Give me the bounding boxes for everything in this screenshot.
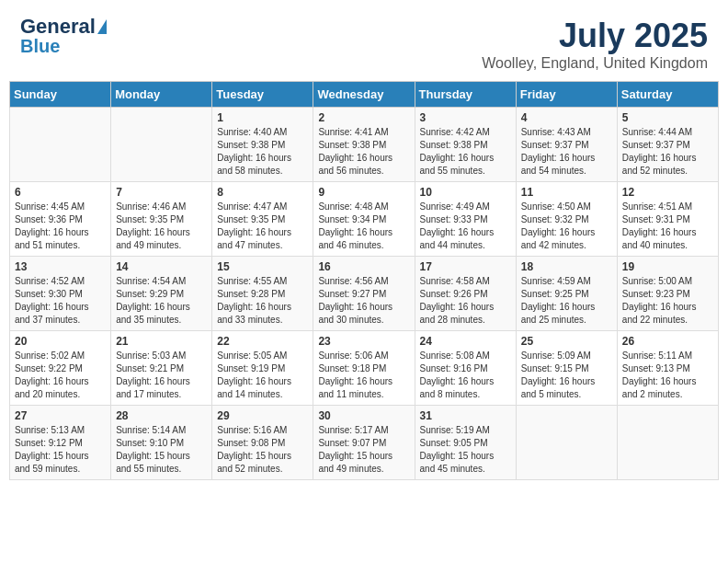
calendar-cell: 10Sunrise: 4:49 AM Sunset: 9:33 PM Dayli… bbox=[415, 182, 516, 257]
day-info: Sunrise: 4:50 AM Sunset: 9:32 PM Dayligh… bbox=[521, 201, 612, 252]
calendar-cell: 6Sunrise: 4:45 AM Sunset: 9:36 PM Daylig… bbox=[10, 182, 111, 257]
day-number: 5 bbox=[622, 111, 713, 124]
calendar-week-row: 20Sunrise: 5:02 AM Sunset: 9:22 PM Dayli… bbox=[10, 331, 719, 406]
day-number: 2 bbox=[318, 111, 409, 124]
calendar-cell: 13Sunrise: 4:52 AM Sunset: 9:30 PM Dayli… bbox=[10, 257, 111, 331]
calendar-cell bbox=[516, 406, 617, 480]
calendar-cell: 9Sunrise: 4:48 AM Sunset: 9:34 PM Daylig… bbox=[313, 182, 415, 257]
calendar-cell: 18Sunrise: 4:59 AM Sunset: 9:25 PM Dayli… bbox=[516, 257, 617, 331]
calendar-cell: 25Sunrise: 5:09 AM Sunset: 9:15 PM Dayli… bbox=[516, 331, 617, 406]
day-number: 30 bbox=[318, 409, 409, 422]
calendar-cell: 27Sunrise: 5:13 AM Sunset: 9:12 PM Dayli… bbox=[10, 406, 111, 480]
calendar-week-row: 27Sunrise: 5:13 AM Sunset: 9:12 PM Dayli… bbox=[10, 406, 719, 480]
day-info: Sunrise: 5:13 AM Sunset: 9:12 PM Dayligh… bbox=[15, 424, 106, 476]
day-number: 4 bbox=[521, 111, 612, 124]
calendar-day-header: Thursday bbox=[415, 82, 516, 108]
day-number: 10 bbox=[420, 186, 511, 199]
calendar-cell: 29Sunrise: 5:16 AM Sunset: 9:08 PM Dayli… bbox=[212, 406, 313, 480]
day-info: Sunrise: 4:58 AM Sunset: 9:26 PM Dayligh… bbox=[420, 275, 511, 327]
calendar-cell: 1Sunrise: 4:40 AM Sunset: 9:38 PM Daylig… bbox=[212, 108, 313, 182]
day-info: Sunrise: 4:41 AM Sunset: 9:38 PM Dayligh… bbox=[318, 126, 409, 178]
calendar-day-header: Monday bbox=[111, 82, 212, 108]
day-number: 16 bbox=[318, 260, 409, 273]
calendar-week-row: 13Sunrise: 4:52 AM Sunset: 9:30 PM Dayli… bbox=[10, 257, 719, 331]
day-info: Sunrise: 4:51 AM Sunset: 9:31 PM Dayligh… bbox=[622, 201, 713, 252]
logo-text-general: General bbox=[20, 17, 96, 37]
day-number: 9 bbox=[318, 186, 409, 199]
day-number: 27 bbox=[15, 409, 106, 422]
day-number: 13 bbox=[15, 260, 106, 273]
calendar-cell: 15Sunrise: 4:55 AM Sunset: 9:28 PM Dayli… bbox=[212, 257, 313, 331]
day-number: 12 bbox=[622, 186, 713, 199]
calendar-body: 1Sunrise: 4:40 AM Sunset: 9:38 PM Daylig… bbox=[10, 108, 719, 480]
calendar-cell: 19Sunrise: 5:00 AM Sunset: 9:23 PM Dayli… bbox=[617, 257, 718, 331]
calendar-cell: 17Sunrise: 4:58 AM Sunset: 9:26 PM Dayli… bbox=[415, 257, 516, 331]
calendar-cell: 16Sunrise: 4:56 AM Sunset: 9:27 PM Dayli… bbox=[313, 257, 415, 331]
day-number: 22 bbox=[217, 335, 308, 348]
day-info: Sunrise: 4:56 AM Sunset: 9:27 PM Dayligh… bbox=[318, 275, 409, 327]
logo-text-blue: Blue bbox=[20, 37, 60, 55]
calendar-day-header: Tuesday bbox=[212, 82, 313, 108]
calendar-cell: 4Sunrise: 4:43 AM Sunset: 9:37 PM Daylig… bbox=[516, 108, 617, 182]
day-info: Sunrise: 5:00 AM Sunset: 9:23 PM Dayligh… bbox=[622, 275, 713, 327]
day-info: Sunrise: 5:17 AM Sunset: 9:07 PM Dayligh… bbox=[318, 424, 409, 476]
calendar-cell: 23Sunrise: 5:06 AM Sunset: 9:18 PM Dayli… bbox=[313, 331, 415, 406]
calendar-cell: 3Sunrise: 4:42 AM Sunset: 9:38 PM Daylig… bbox=[415, 108, 516, 182]
calendar-day-header: Saturday bbox=[617, 82, 718, 108]
day-info: Sunrise: 4:45 AM Sunset: 9:36 PM Dayligh… bbox=[15, 201, 106, 252]
day-info: Sunrise: 5:06 AM Sunset: 9:18 PM Dayligh… bbox=[318, 350, 409, 401]
day-number: 1 bbox=[217, 111, 308, 124]
day-number: 11 bbox=[521, 186, 612, 199]
day-number: 20 bbox=[15, 335, 106, 348]
day-info: Sunrise: 5:02 AM Sunset: 9:22 PM Dayligh… bbox=[15, 350, 106, 401]
calendar-cell: 7Sunrise: 4:46 AM Sunset: 9:35 PM Daylig… bbox=[111, 182, 212, 257]
day-info: Sunrise: 5:16 AM Sunset: 9:08 PM Dayligh… bbox=[217, 424, 308, 476]
calendar-cell: 22Sunrise: 5:05 AM Sunset: 9:19 PM Dayli… bbox=[212, 331, 313, 406]
calendar-cell: 28Sunrise: 5:14 AM Sunset: 9:10 PM Dayli… bbox=[111, 406, 212, 480]
day-number: 28 bbox=[116, 409, 207, 422]
day-number: 17 bbox=[420, 260, 511, 273]
calendar-header-row: SundayMondayTuesdayWednesdayThursdayFrid… bbox=[10, 82, 719, 108]
day-info: Sunrise: 5:03 AM Sunset: 9:21 PM Dayligh… bbox=[116, 350, 207, 401]
day-info: Sunrise: 4:55 AM Sunset: 9:28 PM Dayligh… bbox=[217, 275, 308, 327]
day-info: Sunrise: 5:19 AM Sunset: 9:05 PM Dayligh… bbox=[420, 424, 511, 476]
logo-triangle-icon bbox=[97, 19, 107, 34]
day-info: Sunrise: 4:49 AM Sunset: 9:33 PM Dayligh… bbox=[420, 201, 511, 252]
day-number: 29 bbox=[217, 409, 308, 422]
day-number: 31 bbox=[420, 409, 511, 422]
calendar-cell: 26Sunrise: 5:11 AM Sunset: 9:13 PM Dayli… bbox=[617, 331, 718, 406]
calendar-cell bbox=[10, 108, 111, 182]
calendar-table: SundayMondayTuesdayWednesdayThursdayFrid… bbox=[9, 81, 719, 480]
calendar-cell: 2Sunrise: 4:41 AM Sunset: 9:38 PM Daylig… bbox=[313, 108, 415, 182]
day-number: 23 bbox=[318, 335, 409, 348]
day-number: 14 bbox=[116, 260, 207, 273]
day-number: 18 bbox=[521, 260, 612, 273]
calendar-cell: 30Sunrise: 5:17 AM Sunset: 9:07 PM Dayli… bbox=[313, 406, 415, 480]
day-number: 26 bbox=[622, 335, 713, 348]
calendar-week-row: 1Sunrise: 4:40 AM Sunset: 9:38 PM Daylig… bbox=[10, 108, 719, 182]
day-info: Sunrise: 5:08 AM Sunset: 9:16 PM Dayligh… bbox=[420, 350, 511, 401]
day-info: Sunrise: 4:43 AM Sunset: 9:37 PM Dayligh… bbox=[521, 126, 612, 178]
calendar-cell bbox=[111, 108, 212, 182]
title-block: July 2025 Woolley, England, United Kingd… bbox=[482, 17, 708, 72]
day-number: 21 bbox=[116, 335, 207, 348]
day-number: 6 bbox=[15, 186, 106, 199]
day-info: Sunrise: 4:47 AM Sunset: 9:35 PM Dayligh… bbox=[217, 201, 308, 252]
calendar-day-header: Sunday bbox=[10, 82, 111, 108]
day-number: 3 bbox=[420, 111, 511, 124]
day-info: Sunrise: 5:05 AM Sunset: 9:19 PM Dayligh… bbox=[217, 350, 308, 401]
day-info: Sunrise: 4:52 AM Sunset: 9:30 PM Dayligh… bbox=[15, 275, 106, 327]
calendar-cell: 21Sunrise: 5:03 AM Sunset: 9:21 PM Dayli… bbox=[111, 331, 212, 406]
calendar-title: July 2025 bbox=[482, 17, 708, 55]
day-info: Sunrise: 5:11 AM Sunset: 9:13 PM Dayligh… bbox=[622, 350, 713, 401]
day-info: Sunrise: 4:42 AM Sunset: 9:38 PM Dayligh… bbox=[420, 126, 511, 178]
day-number: 24 bbox=[420, 335, 511, 348]
day-info: Sunrise: 4:46 AM Sunset: 9:35 PM Dayligh… bbox=[116, 201, 207, 252]
day-number: 19 bbox=[622, 260, 713, 273]
calendar-cell: 24Sunrise: 5:08 AM Sunset: 9:16 PM Dayli… bbox=[415, 331, 516, 406]
calendar-cell: 11Sunrise: 4:50 AM Sunset: 9:32 PM Dayli… bbox=[516, 182, 617, 257]
day-number: 8 bbox=[217, 186, 308, 199]
day-number: 7 bbox=[116, 186, 207, 199]
calendar-cell: 31Sunrise: 5:19 AM Sunset: 9:05 PM Dayli… bbox=[415, 406, 516, 480]
calendar-cell: 14Sunrise: 4:54 AM Sunset: 9:29 PM Dayli… bbox=[111, 257, 212, 331]
